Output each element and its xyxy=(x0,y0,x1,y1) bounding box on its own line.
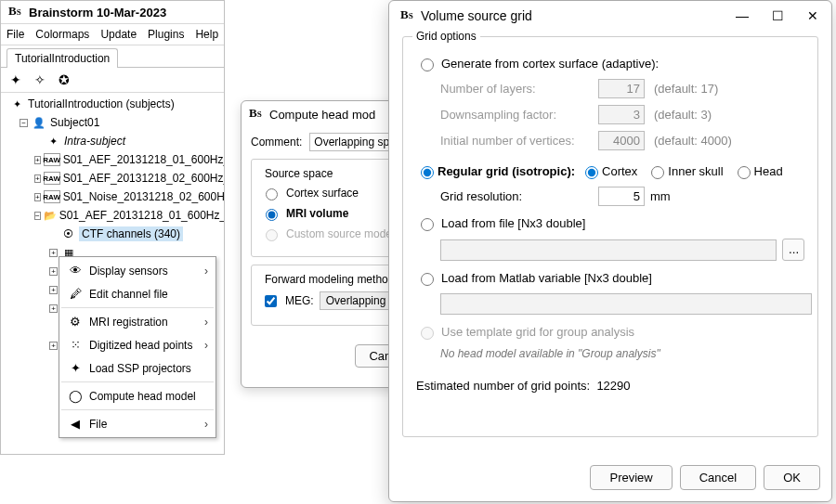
main-menubar: File Colormaps Update Plugins Help xyxy=(1,24,224,45)
radio-tissue-inner[interactable]: Inner skull xyxy=(647,163,723,179)
tree-dataset[interactable]: + RAW S01_Noise_20131218_02_600Hz xyxy=(7,187,224,206)
submenu-arrow-icon: › xyxy=(204,339,208,352)
radio-regular-grid[interactable]: Regular grid (isotropic): xyxy=(416,163,575,179)
ds-input[interactable] xyxy=(598,105,645,124)
template-note: No head model available in "Group analys… xyxy=(440,347,804,360)
ds-default: (default: 3) xyxy=(654,108,712,122)
tree-subject[interactable]: − 👤 Subject01 xyxy=(7,113,224,132)
cancel-button[interactable]: Cancel xyxy=(680,465,756,490)
ctx-edit-channel[interactable]: 🖉 Edit channel file xyxy=(61,282,214,305)
vsg-titlebar: BS Volume source grid — ☐ ✕ xyxy=(389,1,831,27)
layers-label: Number of layers: xyxy=(440,82,598,96)
edit-icon: 🖉 xyxy=(67,287,84,301)
estimated-value: 12290 xyxy=(596,379,630,393)
main-title: Brainstorm 10-Mar-2023 xyxy=(29,6,166,19)
layers-input[interactable] xyxy=(598,79,645,98)
expand-icon[interactable]: + xyxy=(49,304,58,313)
maximize-icon[interactable]: ☐ xyxy=(768,8,787,23)
separator xyxy=(61,307,214,308)
ssp-icon: ✦ xyxy=(67,361,84,375)
raw-icon: RAW xyxy=(44,153,60,166)
brainstorm-logo-icon: BS xyxy=(249,107,264,122)
preview-button[interactable]: Preview xyxy=(590,465,672,490)
brainstorm-logo-icon: BS xyxy=(8,5,23,19)
submenu-arrow-icon: › xyxy=(204,265,208,278)
brainstorm-logo-icon: BS xyxy=(400,8,415,23)
points-icon: ⁙ xyxy=(67,338,84,352)
row-regular-grid: Regular grid (isotropic): Cortex Inner s… xyxy=(416,163,804,179)
ds-label: Downsampling factor: xyxy=(440,108,598,122)
tab-protocol[interactable]: TutorialIntroduction xyxy=(7,48,118,68)
radio-load-file[interactable]: Load from file [Nx3 double] xyxy=(416,215,804,231)
separator xyxy=(61,409,214,410)
matlab-var-input[interactable] xyxy=(440,293,812,315)
radio-load-matlab[interactable]: Load from Matlab variable [Nx3 double] xyxy=(416,270,804,286)
radio-cortex-surface[interactable]: Cortex surface xyxy=(261,186,406,200)
ctx-digitized-points[interactable]: ⁙ Digitized head points › xyxy=(61,333,214,356)
raw-icon: RAW xyxy=(44,190,60,203)
initvert-label: Initial number of vertices: xyxy=(440,134,598,148)
radio-tissue-cortex[interactable]: Cortex xyxy=(581,163,637,179)
radio-custom-source[interactable]: Custom source model xyxy=(261,226,406,241)
resolution-input[interactable] xyxy=(598,187,645,206)
gear-icon: ⚙ xyxy=(67,315,84,329)
ctx-display-sensors[interactable]: 👁 Display sensors › xyxy=(61,259,214,282)
toolbar-filter-icon[interactable]: ✧ xyxy=(31,71,49,88)
volume-source-grid-dialog: BS Volume source grid — ☐ ✕ Grid options… xyxy=(388,0,832,502)
tree-channels[interactable]: ⦿ CTF channels (340) xyxy=(7,225,224,243)
subject-icon: 👤 xyxy=(31,116,47,129)
intra-icon: ✦ xyxy=(45,135,61,148)
radio-generate-cortex[interactable]: Generate from cortex surface (adaptive): xyxy=(416,56,804,71)
tree-intra-subject[interactable]: ✦ Intra-subject xyxy=(7,132,224,150)
menu-file[interactable]: File xyxy=(7,28,24,41)
ctx-mri-registration[interactable]: ⚙ MRI registration › xyxy=(61,310,214,333)
toolbar-search-icon[interactable]: ✪ xyxy=(55,71,73,88)
expand-icon[interactable]: + xyxy=(34,193,41,201)
tree-dataset[interactable]: + RAW S01_AEF_20131218_02_600Hz_n xyxy=(7,169,224,187)
initvert-default: (default: 4000) xyxy=(654,134,732,148)
estimated-row: Estimated number of grid points: 12290 xyxy=(416,379,804,393)
folder-open-icon: 📂 xyxy=(44,209,57,222)
menu-help[interactable]: Help xyxy=(195,28,218,41)
expand-icon[interactable]: + xyxy=(49,342,58,350)
initvert-input[interactable] xyxy=(598,131,645,150)
minimize-icon[interactable]: — xyxy=(733,8,751,23)
expand-icon[interactable]: + xyxy=(34,174,41,183)
expand-icon[interactable]: + xyxy=(49,249,58,257)
submenu-arrow-icon: › xyxy=(204,418,208,431)
collapse-icon[interactable]: − xyxy=(34,212,41,220)
resolution-label: Grid resolution: xyxy=(440,189,598,203)
toolbar: ✦ ✧ ✪ xyxy=(1,68,224,93)
eye-icon: 👁 xyxy=(67,264,84,278)
file-arrow-icon: ◀ xyxy=(67,417,84,431)
ctx-compute-head-model[interactable]: ◯ Compute head model xyxy=(61,384,214,407)
protocol-icon: ✦ xyxy=(8,97,25,110)
raw-icon: RAW xyxy=(44,172,60,185)
protocol-tabstrip: TutorialIntroduction xyxy=(1,45,224,68)
radio-tissue-head[interactable]: Head xyxy=(733,163,783,179)
separator xyxy=(61,381,214,382)
close-icon[interactable]: ✕ xyxy=(803,8,822,23)
menu-colormaps[interactable]: Colormaps xyxy=(35,28,89,41)
channels-icon: ⦿ xyxy=(59,227,76,240)
expand-icon[interactable]: + xyxy=(49,267,58,276)
radio-use-template[interactable]: Use template grid for group analysis xyxy=(416,324,804,340)
meg-label: MEG: xyxy=(285,294,314,307)
ctx-file[interactable]: ◀ File › xyxy=(61,412,214,435)
menu-update[interactable]: Update xyxy=(100,28,137,41)
expand-icon[interactable]: + xyxy=(49,286,58,294)
tree-root[interactable]: ✦ TutorialIntroduction (subjects) xyxy=(7,95,224,113)
toolbar-sort-icon[interactable]: ✦ xyxy=(7,71,25,88)
radio-mri-volume[interactable]: MRI volume xyxy=(261,206,406,221)
meg-checkbox[interactable] xyxy=(265,295,277,307)
menu-plugins[interactable]: Plugins xyxy=(148,28,184,41)
channels-context-menu: 👁 Display sensors › 🖉 Edit channel file … xyxy=(59,256,216,438)
tree-dataset-open[interactable]: − 📂 S01_AEF_20131218_01_600Hz_n xyxy=(7,206,224,225)
ok-button[interactable]: OK xyxy=(764,465,820,490)
tree-dataset[interactable]: + RAW S01_AEF_20131218_01_600Hz_n xyxy=(7,150,224,169)
file-path-input[interactable] xyxy=(440,239,777,261)
ctx-load-ssp[interactable]: ✦ Load SSP projectors xyxy=(61,356,214,380)
expand-icon[interactable]: + xyxy=(34,156,41,164)
collapse-icon[interactable]: − xyxy=(20,119,28,127)
browse-file-button[interactable]: ... xyxy=(782,239,804,261)
